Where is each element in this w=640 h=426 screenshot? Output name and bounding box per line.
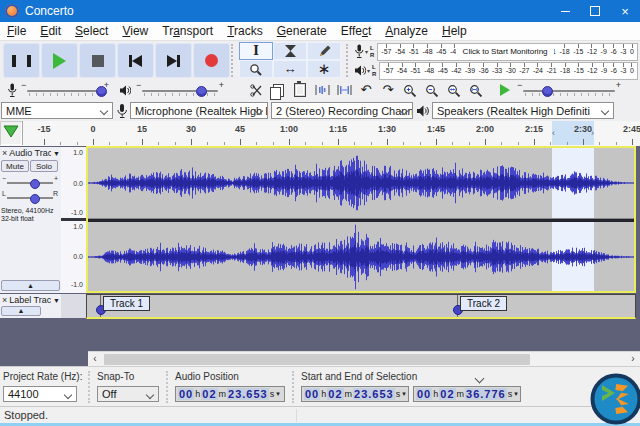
slider-thumb[interactable] xyxy=(196,86,207,97)
track-menu-icon[interactable]: ▼ xyxy=(53,150,60,157)
close-button[interactable]: × xyxy=(610,0,640,22)
recording-device-select[interactable]: Microphone (Realtek High Defini xyxy=(130,102,268,119)
vertical-ruler-left-channel[interactable]: 1.00.0-1.0 xyxy=(61,147,86,218)
snap-to-select[interactable]: Off xyxy=(97,386,159,402)
draw-tool-button[interactable] xyxy=(307,42,341,60)
slider-thumb[interactable] xyxy=(96,86,107,97)
label-track-panel[interactable]: ×Label Track▼ ▲ xyxy=(0,294,62,318)
label-box[interactable]: Track 2 xyxy=(460,296,507,311)
label-track-title[interactable]: Label Track xyxy=(9,295,51,305)
audio-track-panel[interactable]: ×Audio Track▼ Mute Solo −+ LR Stereo, 44… xyxy=(0,147,62,293)
playback-volume-slider[interactable]: −+ xyxy=(136,82,224,98)
waveform-left-channel[interactable] xyxy=(88,148,634,218)
collapse-track-button[interactable]: ▲ xyxy=(1,280,60,291)
scroll-left-arrow[interactable]: ‹ xyxy=(88,352,102,366)
label-box[interactable]: Track 1 xyxy=(103,296,150,311)
track-area: ×Audio Track▼ Mute Solo −+ LR Stereo, 44… xyxy=(0,146,640,366)
meter-scale-label: -45 xyxy=(438,63,448,79)
gain-slider[interactable]: −+ xyxy=(2,175,58,189)
meter-scale-label: -15 xyxy=(574,63,584,79)
vertical-ruler[interactable]: 1.00.0-1.0 1.00.0-1.0 xyxy=(61,147,87,293)
toolbar-gripper[interactable] xyxy=(231,44,238,77)
cut-button[interactable] xyxy=(246,81,266,99)
zoom-out-button[interactable] xyxy=(422,81,442,99)
zoom-in-button[interactable] xyxy=(400,81,420,99)
stop-button[interactable] xyxy=(79,43,116,78)
horizontal-scrollbar[interactable]: ‹ › xyxy=(88,351,640,366)
play-speed-slider[interactable]: −+ xyxy=(517,82,621,98)
pan-slider[interactable]: LR xyxy=(2,190,58,204)
menu-file[interactable]: File xyxy=(0,22,33,40)
menu-help[interactable]: Help xyxy=(435,22,474,40)
scroll-right-arrow[interactable]: › xyxy=(626,352,640,366)
maximize-button[interactable] xyxy=(580,0,610,22)
menu-generate[interactable]: Generate xyxy=(270,22,334,40)
close-track-icon[interactable]: × xyxy=(2,295,7,305)
menu-select[interactable]: Select xyxy=(68,22,115,40)
slider-thumb[interactable] xyxy=(542,86,553,97)
project-rate-select[interactable]: 44100 xyxy=(3,386,77,402)
fit-project-button[interactable] xyxy=(466,81,486,99)
redo-button[interactable]: ↷ xyxy=(378,81,398,99)
audio-track-title[interactable]: Audio Track xyxy=(9,148,51,158)
recording-device-value: Microphone (Realtek High Defini xyxy=(135,105,268,117)
slider-thumb[interactable] xyxy=(30,179,40,189)
menu-view[interactable]: View xyxy=(115,22,155,40)
playback-meter[interactable]: ▾ LR -57-54-51-48-45-42-39-36-33-30-27-2… xyxy=(354,61,640,80)
label-track-display[interactable]: Track 1Track 2 xyxy=(86,294,636,319)
fit-selection-button[interactable] xyxy=(444,81,464,99)
skip-to-start-button[interactable] xyxy=(117,43,154,78)
collapse-track-button[interactable]: ▲ xyxy=(1,306,41,316)
trim-audio-button[interactable] xyxy=(312,81,332,99)
meter-scale-label: -3 xyxy=(620,63,626,79)
menu-effect[interactable]: Effect xyxy=(334,22,378,40)
solo-button[interactable]: Solo xyxy=(30,160,58,172)
copy-button[interactable] xyxy=(268,81,288,99)
meter-scale-label: -39 xyxy=(465,63,475,79)
meter-scale-label: -48 xyxy=(422,44,432,60)
record-button[interactable] xyxy=(193,43,230,78)
track-menu-icon[interactable]: ▼ xyxy=(53,297,60,304)
paste-button[interactable] xyxy=(290,81,310,99)
zoom-tool-button[interactable] xyxy=(239,60,273,78)
playback-meter-scale[interactable]: -57-54-51-48-45-42-39-36-33-30-27-24-21-… xyxy=(379,62,638,80)
waveform-display[interactable] xyxy=(86,146,636,293)
silence-audio-button[interactable] xyxy=(334,81,354,99)
meter-scale-label: -48 xyxy=(424,63,434,79)
undo-button[interactable]: ↶ xyxy=(356,81,376,99)
vertical-ruler-right-channel[interactable]: 1.00.0-1.0 xyxy=(61,221,86,290)
time-shift-tool-button[interactable]: ↔ xyxy=(273,60,307,78)
timeline-ruler[interactable]: ‹› -1501530451:001:151:301:452:002:152:3… xyxy=(0,121,640,147)
recording-channels-select[interactable]: 2 (Stereo) Recording Channels xyxy=(271,102,413,119)
chevron-down-icon[interactable] xyxy=(475,374,485,384)
slider-thumb[interactable] xyxy=(30,194,40,204)
minimize-button[interactable] xyxy=(550,0,580,22)
play-button[interactable] xyxy=(41,43,78,78)
toolbar-gripper[interactable] xyxy=(346,44,353,77)
play-at-speed-button[interactable] xyxy=(497,82,513,98)
audio-position-field[interactable]: 00h02m23.653s▾ xyxy=(175,386,285,402)
pause-button[interactable] xyxy=(3,43,40,78)
mute-button[interactable]: Mute xyxy=(1,160,29,172)
monitoring-overlay[interactable]: Click to Start Monitoring xyxy=(456,44,554,60)
meter-scale-label: -51 xyxy=(409,44,419,60)
close-track-icon[interactable]: × xyxy=(2,148,7,158)
menu-analyze[interactable]: Analyze xyxy=(378,22,435,40)
recording-meter-scale[interactable]: Click to Start Monitoring -57-54-51-48-4… xyxy=(377,43,638,61)
selection-range-label[interactable]: Start and End of Selection xyxy=(301,371,417,382)
selection-tool-button[interactable]: I xyxy=(239,42,273,60)
recording-meter[interactable]: ▾ LR Click to Start Monitoring -57-54-51… xyxy=(354,42,640,61)
selection-start-field[interactable]: 00h02m23.653s▾ xyxy=(301,386,409,402)
skip-to-end-button[interactable] xyxy=(155,43,192,78)
menu-tracks[interactable]: Tracks xyxy=(220,22,270,40)
recording-volume-slider[interactable]: −+ xyxy=(21,82,109,98)
audio-host-select[interactable]: MME xyxy=(1,102,113,119)
selection-end-field[interactable]: 00h02m36.776s▾ xyxy=(413,386,521,402)
waveform-right-channel[interactable] xyxy=(88,222,634,292)
multi-tool-button[interactable]: ∗ xyxy=(307,60,341,78)
menu-edit[interactable]: Edit xyxy=(33,22,68,40)
envelope-tool-button[interactable] xyxy=(273,42,307,60)
scrollbar-thumb[interactable] xyxy=(104,354,530,365)
menu-transport[interactable]: Transport xyxy=(155,22,220,40)
playback-device-select[interactable]: Speakers (Realtek High Definiti xyxy=(432,102,614,119)
